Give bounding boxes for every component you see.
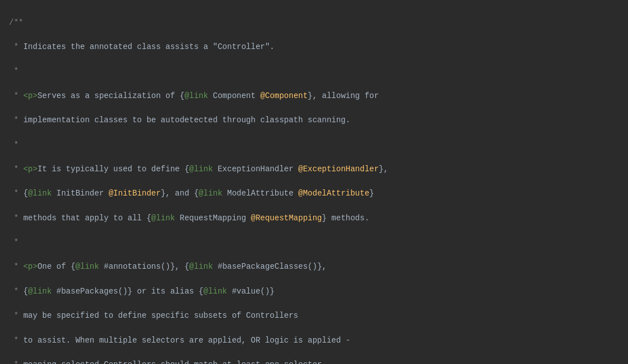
line-11-text3: #basePackageClasses()},	[213, 262, 327, 271]
line-13: * may be specified to define specific su…	[9, 310, 619, 322]
comment-star: *	[9, 262, 23, 271]
comment-star: *	[9, 336, 23, 345]
p-tag-1: <p>	[23, 91, 37, 100]
comment-star: *	[9, 91, 23, 100]
at-link-1: @link	[185, 91, 208, 100]
comment-star: *	[9, 66, 19, 76]
line-4-text3: }, allowing for	[308, 91, 379, 100]
line-11: * <p>One of {@link #annotations()}, {@li…	[9, 261, 619, 273]
at-link-6: @link	[76, 262, 99, 271]
line-7-text2: ExceptionHandler	[213, 165, 298, 174]
comment-star: *	[9, 165, 23, 174]
line-9: * methods that apply to all {@link Reque…	[9, 212, 619, 225]
line-11-text2: #annotations()}, {	[99, 262, 190, 271]
line-8-brace1: {	[23, 189, 28, 198]
line-7-text: It is typically used to define {	[37, 165, 189, 174]
line-9-text3: } methods.	[322, 214, 370, 223]
line-13-text: may be specified to define specific subs…	[23, 311, 298, 320]
comment-star: *	[9, 360, 23, 364]
line-8-text2: }, and {	[161, 189, 199, 198]
at-link-9: @link	[203, 287, 227, 296]
comment-star: *	[9, 238, 19, 247]
comment-open: /**	[9, 18, 23, 27]
line-6: *	[9, 139, 619, 152]
at-link-3: @link	[28, 189, 52, 198]
comment-star: *	[9, 116, 23, 125]
line-15: * meaning selected Controllers should ma…	[9, 359, 619, 364]
line-5-text: implementation classes to be autodetecte…	[23, 116, 350, 125]
line-8: * {@link InitBinder @InitBinder}, and {@…	[9, 188, 619, 200]
p-tag-3: <p>	[23, 262, 37, 271]
comment-star: *	[9, 311, 23, 320]
line-12-text: #basePackages()} or its alias {	[52, 287, 204, 296]
line-5: * implementation classes to be autodetec…	[9, 114, 619, 127]
line-12-brace: {	[23, 287, 28, 296]
line-7-text3: },	[379, 165, 388, 174]
line-4: * <p>Serves as a specialization of {@lin…	[9, 90, 619, 103]
line-12-text2: #value()}	[227, 287, 275, 296]
line-10: *	[9, 237, 619, 249]
comment-star: *	[9, 140, 19, 149]
p-tag-2: <p>	[23, 165, 37, 174]
at-link-7: @link	[189, 262, 213, 271]
at-link-2: @link	[189, 165, 213, 174]
at-link-4: @link	[199, 189, 222, 198]
line-12: * {@link #basePackages()} or its alias {…	[9, 286, 619, 298]
line-7: * <p>It is typically used to define {@li…	[9, 163, 619, 176]
line-2: * Indicates the annotated class assists …	[9, 41, 619, 54]
modelattr-ref: @ModelAttribute	[298, 189, 370, 198]
exhandler-ref: @ExceptionHandler	[298, 165, 379, 174]
line-1: /**	[9, 17, 619, 29]
line-4-text2: Component	[208, 91, 260, 100]
initbinder-ref: @InitBinder	[108, 189, 160, 198]
line-14: * to assist. When multiple selectors are…	[9, 335, 619, 347]
line-4-text: Serves as a specialization of {	[37, 91, 184, 100]
at-link-8: @link	[28, 287, 52, 296]
line-2-text: Indicates the annotated class assists a …	[23, 42, 274, 51]
at-link-5: @link	[151, 214, 175, 223]
line-9-text2: RequestMapping	[175, 214, 251, 223]
line-8-text3: ModelAttribute	[222, 189, 298, 198]
comment-star: *	[9, 42, 23, 51]
line-3: *	[9, 65, 619, 78]
reqmapping-ref: @RequestMapping	[251, 214, 322, 223]
line-14-text: to assist. When multiple selectors are a…	[23, 336, 350, 345]
line-15-text: meaning selected Controllers should matc…	[23, 360, 327, 364]
comment-star: *	[9, 189, 23, 198]
component-ref: @Component	[260, 91, 308, 100]
line-11-text: One of {	[37, 262, 75, 271]
comment-star: *	[9, 287, 23, 296]
line-9-text: methods that apply to all {	[23, 214, 151, 223]
comment-star: *	[9, 214, 23, 223]
code-editor: /** * Indicates the annotated class assi…	[0, 0, 628, 364]
line-8-text: InitBinder	[52, 189, 109, 198]
line-8-text4: }	[370, 189, 374, 198]
